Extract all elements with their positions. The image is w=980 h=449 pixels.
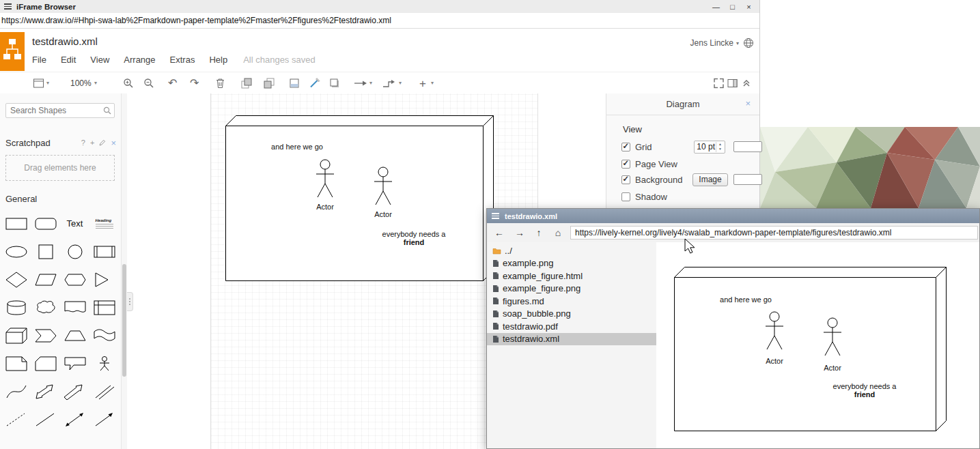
close-button[interactable]: × <box>744 3 754 11</box>
grid-size-input[interactable]: 10 pt ▲ ▼ <box>694 141 725 154</box>
spinner-down-icon[interactable]: ▼ <box>718 147 722 151</box>
file-browser-url[interactable]: https://lively-kernel.org/lively4/swalab… <box>570 226 978 240</box>
hamburger-icon[interactable] <box>4 3 12 10</box>
shape-line[interactable] <box>31 405 60 433</box>
sidebar-scrollbar[interactable] <box>122 93 127 449</box>
shape-link[interactable] <box>89 377 119 405</box>
file-row[interactable]: testdrawio.pdf <box>487 320 656 333</box>
panel-resize-handle[interactable] <box>127 292 133 311</box>
shape-directional-connector[interactable] <box>89 405 119 433</box>
page-view-icon[interactable] <box>33 78 44 89</box>
actor-label[interactable]: Actor <box>365 210 401 218</box>
shape-triangle[interactable] <box>89 265 119 293</box>
shape-document[interactable] <box>60 293 89 321</box>
shape-textbox[interactable]: Heading <box>89 209 119 237</box>
to-front-icon[interactable] <box>241 78 252 89</box>
shape-process[interactable] <box>89 237 119 265</box>
caption-text[interactable]: everybody needs afriend <box>378 230 449 246</box>
shape-rounded-rectangle[interactable] <box>31 209 60 237</box>
file-row[interactable]: figures.md <box>487 295 656 308</box>
scratchpad-drop-area[interactable]: Drag elements here <box>5 155 115 181</box>
help-icon[interactable]: ? <box>81 139 85 147</box>
chevron-down-icon[interactable]: ▾ <box>431 81 434 86</box>
to-back-icon[interactable] <box>264 78 275 89</box>
actor-shape[interactable] <box>373 166 393 206</box>
user-menu[interactable]: Jens Lincke ▾ <box>690 38 739 48</box>
shape-bidirectional-connector[interactable] <box>60 405 89 433</box>
browser-url-bar[interactable]: https://www.draw.io/#Hhpi-swa-lab%2Fmark… <box>0 13 759 29</box>
file-row[interactable]: testdrawio.xml <box>487 333 656 346</box>
shape-cube[interactable] <box>1 321 31 349</box>
shape-note[interactable] <box>1 349 31 377</box>
fullscreen-icon[interactable] <box>714 78 724 89</box>
delete-icon[interactable] <box>216 78 225 89</box>
zoom-in-icon[interactable] <box>123 78 134 89</box>
spinner-up-icon[interactable]: ▲ <box>718 142 722 147</box>
background-color-swatch[interactable] <box>733 174 762 185</box>
format-panel-title[interactable]: Diagram <box>666 99 699 109</box>
grid-checkbox[interactable] <box>621 143 630 151</box>
forward-button[interactable]: → <box>513 226 527 240</box>
search-shapes-input[interactable] <box>5 103 115 118</box>
shape-internal-storage[interactable] <box>89 293 119 321</box>
shape-bidirectional-arrow[interactable] <box>31 377 60 405</box>
actor-shape[interactable] <box>315 159 335 199</box>
page-view-checkbox[interactable] <box>621 160 630 169</box>
file-row[interactable]: example.png <box>487 257 656 270</box>
general-section-label[interactable]: General <box>5 194 37 204</box>
grid-color-swatch[interactable] <box>733 141 762 152</box>
maximize-button[interactable]: □ <box>727 3 738 11</box>
zoom-level[interactable]: 100% <box>70 79 92 87</box>
chevron-down-icon[interactable]: ▾ <box>399 81 402 86</box>
home-button[interactable]: ⌂ <box>551 226 565 240</box>
shape-hexagon[interactable] <box>60 265 89 293</box>
chevron-down-icon[interactable]: ▾ <box>369 81 372 86</box>
up-button[interactable]: ↑ <box>532 226 546 240</box>
shape-diamond[interactable] <box>1 265 31 293</box>
cube-shape[interactable] <box>225 115 494 281</box>
shape-step[interactable] <box>31 321 60 349</box>
shape-ellipse[interactable] <box>1 237 31 265</box>
file-row[interactable]: ../ <box>487 244 656 257</box>
shadow-checkbox[interactable] <box>621 192 630 201</box>
menu-edit[interactable]: Edit <box>61 55 76 65</box>
actor-label[interactable]: Actor <box>307 203 343 211</box>
note-text[interactable]: and here we go <box>261 143 333 151</box>
line-color-icon[interactable] <box>309 78 320 89</box>
zoom-out-icon[interactable] <box>143 78 154 89</box>
shadow-icon[interactable] <box>329 78 340 89</box>
shape-circle[interactable] <box>60 237 89 265</box>
menu-extras[interactable]: Extras <box>170 55 195 65</box>
shape-actor[interactable] <box>89 349 119 377</box>
connection-icon[interactable] <box>354 78 367 88</box>
waypoints-icon[interactable] <box>382 78 395 88</box>
menu-help[interactable]: Help <box>209 55 227 65</box>
file-row[interactable]: example_figure.png <box>487 283 656 295</box>
menu-file[interactable]: File <box>32 55 46 65</box>
background-checkbox[interactable] <box>621 175 630 184</box>
chevron-down-icon[interactable]: ▾ <box>94 81 97 86</box>
shape-cylinder[interactable] <box>1 293 31 321</box>
image-button[interactable]: Image <box>692 173 728 186</box>
shape-card[interactable] <box>31 349 60 377</box>
redo-icon[interactable]: ↷ <box>190 78 199 89</box>
shape-square[interactable] <box>31 237 60 265</box>
shape-dashed-line[interactable] <box>1 405 31 433</box>
format-panel-close-icon[interactable]: × <box>745 98 751 108</box>
shape-trapezoid[interactable] <box>60 321 89 349</box>
fill-color-icon[interactable] <box>289 78 300 89</box>
add-icon[interactable]: + <box>90 139 94 147</box>
pencil-icon[interactable] <box>99 139 106 146</box>
shape-curve[interactable] <box>1 377 31 405</box>
back-button[interactable]: ← <box>492 226 506 240</box>
menu-arrange[interactable]: Arrange <box>124 55 155 65</box>
shape-rectangle[interactable] <box>1 209 31 237</box>
file-row[interactable]: example_figure.html <box>487 270 656 283</box>
file-row[interactable]: soap_bubble.png <box>487 308 656 321</box>
collapse-icon[interactable] <box>742 79 751 87</box>
shape-parallelogram[interactable] <box>31 265 60 293</box>
shape-text[interactable]: Text <box>60 209 89 237</box>
insert-icon[interactable]: + <box>419 78 426 89</box>
shape-cloud[interactable] <box>31 293 60 321</box>
scratchpad-close-icon[interactable]: × <box>111 138 116 148</box>
